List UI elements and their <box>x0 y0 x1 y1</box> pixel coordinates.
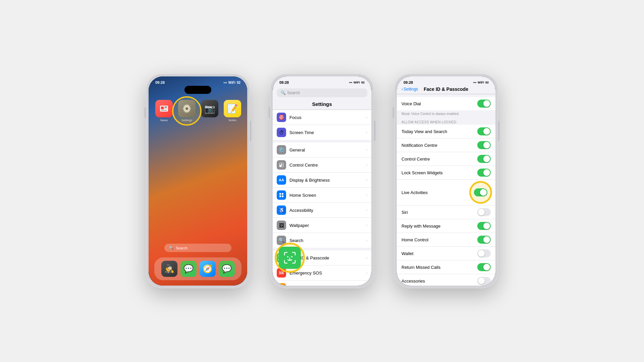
live-activities-highlight-wrapper <box>471 182 491 202</box>
app-settings[interactable]: Settings <box>178 100 196 122</box>
svg-point-6 <box>185 107 188 110</box>
svg-rect-2 <box>164 107 167 107</box>
wifi-icon: WiFi <box>228 81 235 84</box>
lock-screen-widgets-toggle[interactable] <box>477 169 491 177</box>
live-activities-toggle[interactable] <box>474 188 487 196</box>
screentime-label: Screen Time <box>289 130 363 135</box>
back-chevron-icon: ‹ <box>401 87 403 92</box>
app-camera[interactable]: 📷 <box>201 100 218 122</box>
accessibility-label: Accessibility <box>289 208 363 213</box>
signal-icon: ▪▪▪ <box>223 81 227 84</box>
home-screen: 09:28 ▪▪▪ WiFi 92 <box>149 76 247 286</box>
allow-locked-header: ALLOW ACCESS WHEN LOCKED: <box>397 118 495 125</box>
gear-icon <box>181 103 192 114</box>
dynamic-island <box>184 86 211 94</box>
faceid-wifi-icon: WiFi <box>478 81 484 84</box>
settings-row-faceid-wrapper: Face ID & Passcode › <box>273 250 371 265</box>
back-label: Settings <box>404 87 418 92</box>
live-activities-label: Live Activities <box>401 190 471 195</box>
emergency-label: Emergency SOS <box>289 270 363 276</box>
home-control-toggle[interactable] <box>477 236 491 244</box>
reply-message-row[interactable]: Reply with Message <box>397 219 495 233</box>
emergency-chevron: › <box>366 270 367 275</box>
settings-row-homescreen[interactable]: Home Screen › <box>273 188 371 203</box>
voice-dial-note: Music Voice Control is always enabled. <box>397 110 495 118</box>
home-time: 09:28 <box>155 80 165 84</box>
back-button[interactable]: ‹ Settings <box>401 87 418 92</box>
accessories-label: Accessories <box>401 279 477 284</box>
notification-centre-row[interactable]: Notification Centre <box>397 138 495 152</box>
settings-row-controlcentre[interactable]: Control Centre › <box>273 158 371 173</box>
notes-label: Notes <box>228 119 236 122</box>
notification-centre-toggle[interactable] <box>477 141 491 149</box>
svg-point-20 <box>282 257 283 258</box>
news-label: News <box>160 119 168 122</box>
settings-row-search[interactable]: 🔍 Search › <box>273 233 371 248</box>
faceid-row-label: Face ID & Passcode <box>289 255 363 260</box>
svg-rect-18 <box>283 259 284 260</box>
homescreen-label: Home Screen <box>289 193 363 198</box>
settings-section-3: 🆘 Emergency SOS › 🌡 Exposure Notificatio… <box>273 265 371 286</box>
return-calls-row[interactable]: Return Missed Calls <box>397 260 495 274</box>
control-centre-label: Control Centre <box>401 157 477 162</box>
today-view-toggle[interactable] <box>477 127 491 135</box>
wallet-toggle[interactable] <box>477 249 491 257</box>
accessories-row[interactable]: Accessories <box>397 274 495 286</box>
notes-icon: 📝 <box>224 100 241 117</box>
control-centre-toggle[interactable] <box>477 155 491 163</box>
settings-section-2: ⚙️ General › Control Centre › <box>273 142 371 248</box>
home-search-bar[interactable]: 🔍 Search <box>164 244 231 252</box>
app-news[interactable]: News <box>155 100 173 122</box>
dock-icon-1[interactable]: 🕵️ <box>161 261 177 277</box>
voice-dial-toggle[interactable] <box>477 100 491 108</box>
settings-wifi-icon: WiFi <box>354 81 360 84</box>
settings-row-display[interactable]: AA Display & Brightness › <box>273 173 371 188</box>
return-calls-toggle[interactable] <box>477 263 491 271</box>
lock-screen-widgets-row[interactable]: Lock Screen Widgets <box>397 166 495 180</box>
faceid-battery-icon: 92 <box>485 81 489 84</box>
settings-row-emergency[interactable]: 🆘 Emergency SOS › <box>273 265 371 281</box>
exposure-label: Exposure Notifications <box>289 286 363 286</box>
search-row-label: Search <box>289 238 363 243</box>
settings-row-exposure[interactable]: 🌡 Exposure Notifications › <box>273 281 371 286</box>
faceid-row-chevron: › <box>366 255 367 260</box>
faceid-status-icons: ▪▪▪ WiFi 92 <box>473 81 489 84</box>
faceid-status-bar: 09:28 ▪▪▪ WiFi 92 <box>397 76 495 86</box>
live-activities-row[interactable]: Live Activities <box>397 180 495 205</box>
settings-row-screentime[interactable]: ⏱ Screen Time › <box>273 125 371 140</box>
settings-row-faceid[interactable]: Face ID & Passcode › <box>273 250 371 265</box>
settings-row-focus[interactable]: 🎯 Focus › <box>273 110 371 125</box>
homescreen-chevron: › <box>366 193 367 197</box>
app-notes[interactable]: 📝 Notes <box>224 100 241 122</box>
settings-row-wallpaper[interactable]: 🖼 Wallpaper › <box>273 218 371 233</box>
settings-row-accessibility[interactable]: ♿ Accessibility › <box>273 203 371 218</box>
dock-icon-4[interactable]: 💬 <box>219 261 235 277</box>
wallpaper-icon: 🖼 <box>277 221 286 230</box>
accessories-toggle[interactable] <box>477 277 491 285</box>
allow-locked-section: Today View and Search Notification Centr… <box>397 125 495 286</box>
svg-rect-16 <box>283 255 284 256</box>
dock-icon-3[interactable]: 🧭 <box>200 261 216 277</box>
wallpaper-label: Wallpaper <box>289 223 363 228</box>
today-view-row[interactable]: Today View and Search <box>397 125 495 138</box>
controlcentre-label: Control Centre <box>289 163 363 168</box>
siri-row[interactable]: Siri <box>397 205 495 219</box>
search-row-chevron: › <box>366 238 367 243</box>
siri-toggle[interactable] <box>477 208 491 216</box>
faceid-nav-bar: ‹ Settings Face ID & Passcode <box>397 86 495 94</box>
reply-message-toggle[interactable] <box>477 222 491 230</box>
voice-dial-row[interactable]: Voice Dial <box>397 97 495 110</box>
svg-rect-11 <box>279 193 281 195</box>
svg-rect-15 <box>279 255 280 256</box>
settings-row-general[interactable]: ⚙️ General › <box>273 142 371 158</box>
dock-icon-2[interactable]: 💬 <box>180 261 197 277</box>
svg-rect-12 <box>282 193 283 195</box>
settings-status-icons: ▪▪▪ WiFi 92 <box>349 81 365 84</box>
home-control-row[interactable]: Home Control <box>397 233 495 247</box>
control-centre-row[interactable]: Control Centre <box>397 152 495 166</box>
settings-screen: 09:28 ▪▪▪ WiFi 92 🔍 Search Settings 🎯 <box>273 76 371 286</box>
faceid-row-icon <box>277 253 286 262</box>
settings-search-bar[interactable]: 🔍 Search <box>277 88 367 97</box>
voice-dial-section: Voice Dial <box>397 97 495 110</box>
wallet-row[interactable]: Wallet <box>397 247 495 260</box>
